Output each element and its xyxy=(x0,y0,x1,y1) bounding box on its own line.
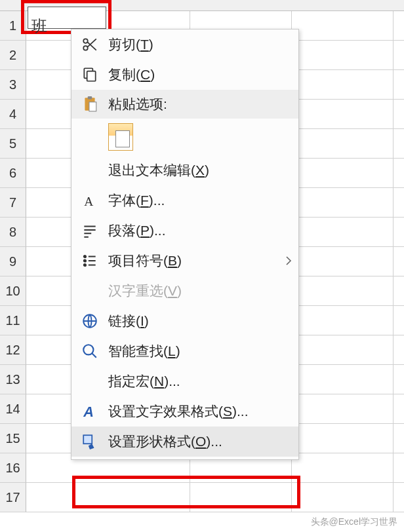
menu-label: 复制(C) xyxy=(108,66,298,84)
svg-point-8 xyxy=(84,256,86,257)
menu-label: 段落(P)... xyxy=(108,221,298,240)
svg-point-12 xyxy=(83,345,93,354)
paste-options-row xyxy=(71,119,298,155)
svg-rect-14 xyxy=(83,435,92,444)
menu-shape-format[interactable]: 设置形状格式(O)... xyxy=(71,427,298,457)
menu-text-effects-format[interactable]: A 设置文字效果格式(S)... xyxy=(71,396,298,427)
row-header[interactable]: 8 xyxy=(0,218,26,247)
svg-rect-3 xyxy=(87,71,96,81)
menu-bullets[interactable]: 项目符号(B) xyxy=(71,246,298,276)
menu-label: 项目符号(B) xyxy=(108,252,279,270)
row-header[interactable]: 10 xyxy=(0,276,26,306)
context-menu: 剪切(T) 复制(C) 粘贴选项: 退出文本编辑(X) A 字体(F)... 段… xyxy=(71,29,299,460)
row-header[interactable]: 16 xyxy=(0,453,26,483)
menu-label: 智能查找(L) xyxy=(108,342,298,360)
menu-label: 链接(I) xyxy=(108,312,298,330)
menu-label: 汉字重选(V) xyxy=(108,282,298,300)
row-header[interactable]: 15 xyxy=(0,424,26,453)
row-header[interactable]: 17 xyxy=(0,483,26,512)
menu-paragraph[interactable]: 段落(P)... xyxy=(71,216,298,246)
watermark: 头条@Excel学习世界 xyxy=(311,516,397,528)
menu-cut[interactable]: 剪切(T) xyxy=(71,29,298,60)
svg-point-10 xyxy=(84,264,86,266)
menu-label: 剪切(T) xyxy=(108,35,298,54)
row-header[interactable]: 11 xyxy=(0,306,26,335)
menu-font[interactable]: A 字体(F)... xyxy=(71,185,298,216)
text-effects-icon: A xyxy=(71,403,108,420)
row-header[interactable]: 5 xyxy=(0,129,26,159)
menu-label: 字体(F)... xyxy=(108,191,298,210)
menu-link[interactable]: 链接(I) xyxy=(71,306,298,336)
magnifier-icon xyxy=(71,343,108,360)
menu-assign-macro[interactable]: 指定宏(N)... xyxy=(71,366,298,396)
clipboard-icon xyxy=(71,96,108,113)
row-header[interactable]: 9 xyxy=(0,247,26,276)
row-header[interactable]: 3 xyxy=(0,70,26,100)
menu-label: 退出文本编辑(X) xyxy=(108,161,298,180)
row-header[interactable]: 2 xyxy=(0,41,26,70)
font-icon: A xyxy=(71,192,108,209)
menu-reconvert: 汉字重选(V) xyxy=(71,276,298,306)
menu-smart-lookup[interactable]: 智能查找(L) xyxy=(71,336,298,366)
menu-copy[interactable]: 复制(C) xyxy=(71,60,298,90)
row-header[interactable]: 6 xyxy=(0,159,26,188)
row-header[interactable]: 7 xyxy=(0,188,26,218)
menu-label: 指定宏(N)... xyxy=(108,372,298,390)
paste-option-button[interactable] xyxy=(108,123,133,151)
menu-label: 粘贴选项: xyxy=(108,95,298,113)
svg-rect-5 xyxy=(88,96,92,99)
row-headers: 1 2 3 4 5 6 7 8 9 10 11 12 13 14 15 16 1… xyxy=(0,11,26,512)
shape-format-icon xyxy=(71,433,108,450)
row-header[interactable]: 4 xyxy=(0,100,26,129)
svg-rect-6 xyxy=(89,102,96,111)
menu-paste-options-header: 粘贴选项: xyxy=(71,90,298,119)
menu-label: 设置文字效果格式(S)... xyxy=(108,402,298,421)
link-icon xyxy=(71,313,108,330)
menu-label: 设置形状格式(O)... xyxy=(108,432,298,451)
svg-point-9 xyxy=(84,259,86,261)
row-header[interactable]: 13 xyxy=(0,365,26,394)
menu-exit-text-edit[interactable]: 退出文本编辑(X) xyxy=(71,155,298,185)
row-header[interactable]: 12 xyxy=(0,335,26,365)
paragraph-icon xyxy=(71,222,108,239)
submenu-arrow-icon xyxy=(279,253,298,269)
copy-icon xyxy=(71,66,108,83)
scissors-icon xyxy=(71,36,108,53)
svg-text:A: A xyxy=(84,195,93,208)
row-header[interactable]: 14 xyxy=(0,394,26,424)
svg-text:A: A xyxy=(83,404,94,420)
textbox-content: 班 xyxy=(31,16,47,37)
bullets-icon xyxy=(71,252,108,269)
